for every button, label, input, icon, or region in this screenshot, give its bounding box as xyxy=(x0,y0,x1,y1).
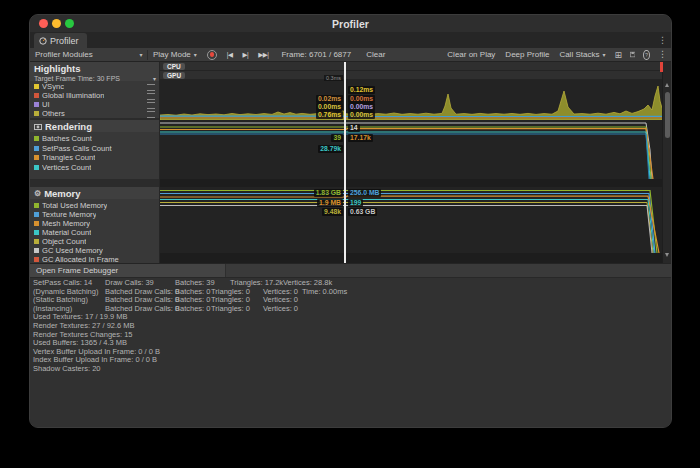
legend-item-gc-used-memory[interactable]: GC Used Memory xyxy=(30,246,160,255)
frame-debugger-bar: Open Frame Debugger xyxy=(30,263,671,278)
target-frame-time-dropdown[interactable]: Target Frame Time: 30 FPS ▾ xyxy=(30,74,160,82)
rendering-value: 28.79k xyxy=(318,145,343,153)
current-frame-button[interactable]: ▶▶| xyxy=(253,48,273,62)
play-mode-dropdown[interactable]: Play Mode ▾ xyxy=(148,48,202,62)
chart-area[interactable]: CPU GPU 0.3ms 0.02ms 0.00ms 0.76ms 0.12m… xyxy=(160,62,664,263)
drag-handle-icon[interactable] xyxy=(147,93,155,100)
gpu-lane-label: GPU xyxy=(163,72,185,79)
legend-item-setpass-calls-count[interactable]: SetPass Calls Count xyxy=(30,144,160,153)
memory-graph xyxy=(160,187,664,253)
cpu-lane: CPU xyxy=(160,62,664,71)
legend-color-swatch xyxy=(34,248,39,253)
title-bar[interactable]: Profiler xyxy=(30,15,671,33)
memory-value: 256.0 MB xyxy=(348,189,381,197)
drag-handle-icon[interactable] xyxy=(147,102,155,109)
module-header-rendering[interactable]: Rendering xyxy=(30,120,160,132)
legend-color-swatch xyxy=(34,203,39,208)
clear-button[interactable]: Clear xyxy=(356,48,390,62)
legend-item-material-count[interactable]: Material Count xyxy=(30,228,160,237)
clear-on-play-toggle[interactable]: Clear on Play xyxy=(442,48,500,62)
scroll-down-icon[interactable] xyxy=(665,253,669,257)
module-header-highlights[interactable]: Highlights Target Frame Time: 30 FPS ▾ xyxy=(30,62,160,81)
memory-value: 199 xyxy=(348,199,363,207)
help-icon[interactable]: ? xyxy=(643,50,650,60)
save-icon[interactable] xyxy=(630,50,635,59)
modules-scrollbar[interactable] xyxy=(662,62,671,263)
highlight-value: 0.00ms xyxy=(316,103,343,111)
current-frame-indicator xyxy=(660,62,663,72)
profiler-window: Profiler Profiler ⋮ Profiler Modules ▾ P… xyxy=(29,14,672,428)
module-header-memory[interactable]: ⚙ Memory xyxy=(30,187,160,199)
legend-item-ui[interactable]: UI xyxy=(30,100,160,109)
cpu-usage-graph xyxy=(160,80,664,120)
record-button[interactable] xyxy=(202,48,222,62)
scroll-up-icon[interactable] xyxy=(665,83,669,87)
rendering-value: 39 xyxy=(331,134,343,142)
legend-item-mesh-memory[interactable]: Mesh Memory xyxy=(30,219,160,228)
chart-gap xyxy=(160,253,664,263)
memory-module-icon: ⚙ xyxy=(34,190,41,198)
stats-line: Shadow Casters: 20 xyxy=(33,365,671,374)
legend-item-global-illumination[interactable]: Global Illumination xyxy=(30,91,160,100)
rendering-value: 14 xyxy=(348,124,360,132)
highlight-value: 0.00ms xyxy=(348,111,375,119)
frame-counter: Frame: 6701 / 6877 xyxy=(273,48,356,62)
chevron-down-icon: ▾ xyxy=(194,51,197,58)
highlight-value: 0.00ms xyxy=(348,95,375,103)
tab-overflow-menu-icon[interactable]: ⋮ xyxy=(658,36,667,45)
highlight-value: 0.02ms xyxy=(316,95,343,103)
memory-chart[interactable]: 1.83 GB 256.0 MB 1.9 MB 199 9.48k 0.63 G… xyxy=(160,187,664,253)
tab-profiler[interactable]: Profiler xyxy=(34,33,87,48)
module-title: Highlights xyxy=(30,62,160,74)
legend-item-texture-memory[interactable]: Texture Memory xyxy=(30,210,160,219)
legend-color-swatch xyxy=(34,146,39,151)
toolbar-menu-icon[interactable]: ⋮ xyxy=(654,50,671,59)
drag-handle-icon[interactable] xyxy=(147,84,155,91)
legend-item-vertices-count[interactable]: Vertices Count xyxy=(30,163,160,172)
drag-handle-icon[interactable] xyxy=(147,111,155,118)
record-icon xyxy=(207,50,217,60)
stats-line: Index Buffer Upload In Frame: 0 / 0 B xyxy=(33,356,671,365)
open-frame-debugger-button[interactable]: Open Frame Debugger xyxy=(30,264,226,277)
cpu-lane-label: CPU xyxy=(163,63,185,70)
call-stacks-dropdown[interactable]: Call Stacks ▾ xyxy=(554,48,610,62)
memory-value: 9.48k xyxy=(322,208,343,216)
profiler-main-area: Highlights Target Frame Time: 30 FPS ▾ V… xyxy=(30,62,671,263)
module-sidebar: Highlights Target Frame Time: 30 FPS ▾ V… xyxy=(30,62,160,263)
profiler-gauge-icon xyxy=(39,37,47,45)
legend-item-gc-allocated-in-frame[interactable]: GC Allocated In Frame xyxy=(30,255,160,263)
rendering-module-icon xyxy=(34,123,42,130)
rendering-chart[interactable]: 14 39 17.17k 28.79k xyxy=(160,120,664,179)
rendering-value: 17.17k xyxy=(348,134,373,142)
next-frame-button[interactable]: ▶| xyxy=(238,48,254,62)
selected-frame-line[interactable] xyxy=(344,62,346,263)
add-module-button[interactable]: ⊞ xyxy=(610,50,626,60)
legend-color-swatch xyxy=(34,165,39,170)
chevron-down-icon: ▾ xyxy=(139,51,142,58)
legend-item-object-count[interactable]: Object Count xyxy=(30,237,160,246)
stats-line: Render Textures Changes: 15 xyxy=(33,331,671,340)
legend-item-total-used-memory[interactable]: Total Used Memory xyxy=(30,201,160,210)
legend-item-triangles-count[interactable]: Triangles Count xyxy=(30,153,160,162)
scrollbar-thumb[interactable] xyxy=(665,92,670,138)
legend-color-swatch xyxy=(34,136,39,141)
chevron-down-icon: ▾ xyxy=(602,51,605,58)
legend-item-batches-count[interactable]: Batches Count xyxy=(30,134,160,143)
chevron-down-icon: ▾ xyxy=(153,75,156,82)
profiler-modules-dropdown[interactable]: Profiler Modules ▾ xyxy=(30,48,147,62)
legend-color-swatch xyxy=(34,93,39,98)
window-title: Profiler xyxy=(30,18,671,30)
highlights-chart[interactable]: CPU GPU 0.3ms 0.02ms 0.00ms 0.76ms 0.12m… xyxy=(160,62,664,120)
legend-item-others[interactable]: Others xyxy=(30,109,160,118)
rendering-graph xyxy=(160,120,664,179)
frame-stats-panel: SetPass Calls: 14 Draw Calls: 39 Batches… xyxy=(30,278,671,428)
legend-color-swatch xyxy=(34,257,39,262)
stats-row: (Instancing) Batched Draw Calls: 0 Batch… xyxy=(33,305,671,314)
legend-color-swatch xyxy=(34,102,39,107)
legend-color-swatch xyxy=(34,221,39,226)
deep-profile-toggle[interactable]: Deep Profile xyxy=(500,48,554,62)
legend-color-swatch xyxy=(34,155,39,160)
previous-frame-button[interactable]: |◀ xyxy=(222,48,238,62)
legend-item-vsync[interactable]: VSync xyxy=(30,82,160,91)
memory-value: 1.9 MB xyxy=(317,199,343,207)
